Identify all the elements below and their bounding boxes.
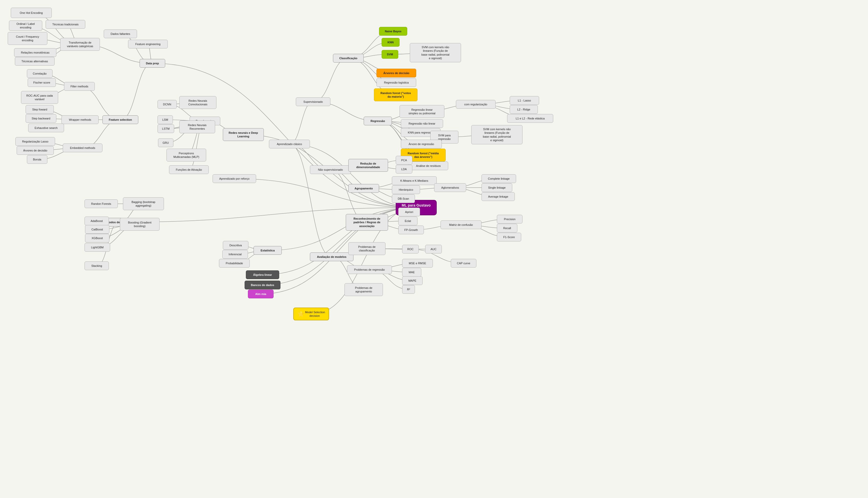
node-gru: GRU [158,139,173,147]
node-randon_forests: Randon Forests [84,199,118,208]
node-pca: PCA [396,156,412,165]
node-lda: LDA [396,165,412,173]
node-estatistica: Estatística [254,246,282,255]
node-problemas_cls: Problemas declassificação [348,242,385,255]
node-arvores_decisao_cls: Árvores de decisão [377,69,416,77]
node-model_selection: ⭐ Model Selectiondecision [293,307,329,320]
node-mse_rmse: MSE e RMSE [402,259,433,267]
node-arvore_regressao: Árvore de regressão [401,140,442,148]
node-bagging: Bagging (bootstrapaggregating) [123,197,164,210]
node-knn: KNN [382,38,399,47]
node-embedded_methods: Embedded methods [63,144,103,152]
node-ordinal: Ordinal / Labelencoding [9,21,42,31]
node-step_forward: Step foward [26,105,54,114]
node-reconhecimento: Reconhecimento depadrões / Regras deasso… [346,214,388,231]
node-wrapper_methods: Wrapper methods [62,115,99,124]
node-filter_methods: Filter methods [64,82,95,91]
node-perceptrons: PerceptronsMulticamadas (MLP) [166,149,206,161]
node-inferencial: Inferencial [222,250,248,259]
node-one_hot: One Hot Encoding [11,8,52,18]
node-adaboost: AdaBoost [84,217,109,225]
node-single_linkage: Single linkage [482,183,512,192]
node-regressao_logistica: Regressão logística [377,78,416,87]
node-fp_growth: FP-Growth [398,225,424,234]
node-regressao: Regressão [364,117,392,125]
node-auc: AUC [425,245,442,253]
node-f1_score: F1-Score [497,233,521,241]
node-problemas_reg: Problemas de regressão [347,265,392,274]
node-svm_cls_desc: SVM com kernels nãolineares (Função deba… [410,43,461,62]
node-dcnn: DCNN [158,100,177,109]
node-agrupamento: Agrupamento [348,184,379,193]
mindmap-container: ML para GustavoSutoData prepRedes neurai… [0,0,868,498]
node-roc_auc: ROC-AUC para cadavariável [21,91,58,104]
node-reducao_dim: Redução dedimensionalidade [348,159,388,172]
node-aprendizado_reforco: Aprendizado por reforço [213,174,256,183]
node-relacoes: Relações monotônicas [14,48,56,57]
node-apriori: Apriori [398,208,420,216]
node-aglomerativos: Aglomerativos [434,183,466,192]
node-boruta: Boruta [27,155,48,164]
node-mape: MAPE [402,276,423,285]
node-classificacao: Classificação [333,54,364,63]
node-average_linkage: Average linkage [482,192,515,201]
node-analise_residuos: Análise de resíduos [408,161,448,170]
node-l1_l2: L1 e L2 - Rede elástica [507,114,553,123]
node-dados_faltantes: Dados faltantes [104,29,137,38]
node-mae: MAE [402,268,421,277]
node-algebra_linear: Álgebra linear [246,271,279,279]
node-funcoes_ativacao: Funções de Ativação [169,165,209,174]
node-redes: Redes neurais e DeepLearning [223,128,264,141]
node-l1_lasso: L1 - Lasso [510,96,539,105]
node-stacking: Stacking [84,261,109,270]
node-random_forest_cls: Random forest ("votosda maioria") [374,89,418,101]
node-hierarquico: Hierárquico [392,185,420,194]
node-alm_mia: Alm mia [248,290,273,298]
node-com_regularizacao: com regularização [456,100,496,109]
node-precision: Precision [497,215,523,223]
node-kmeans: K-Means e K-Medians [392,176,437,185]
node-count_freq: Count / Frequencyencoding [8,32,48,45]
node-catboost: CatBoost [85,225,109,234]
node-regularizacao_lasso: Regularização Lasso [15,137,55,146]
node-supervisionado: Supervisionado [296,97,330,106]
node-l2_ridge: L2 - Ridge [510,105,538,114]
node-tecnicas_alt: Técnicas alternativas [15,57,55,66]
node-complete_linkage: Complete linkage [482,174,516,183]
node-descritiva: Descritiva [223,241,248,250]
node-redes_rec: Redes NeuraisRecorrentes [179,120,215,133]
node-nao_supervisionado: Não supervisionado [310,165,351,174]
node-feature_engineering: Feature engineering [128,40,168,49]
node-exhaustive_search: Exhaustive search [28,123,64,132]
node-problemas_agr: Problemas deagrupamento [344,283,383,296]
node-data_prep: Data prep [139,59,165,68]
node-fischer_score: Fischer score [28,78,56,87]
node-feature_selection: Feature selection [103,115,138,124]
node-xgboost: XGBoost [85,234,109,243]
node-naive_bayes: Naive Bayes [379,27,407,36]
node-lstm: LSTM [158,124,174,133]
node-cap_curve: CAP curve [451,259,476,267]
node-probabilidade: Probabilidade [219,259,250,267]
node-matriz_conf: Matriz de confusão [440,220,482,229]
node-regressao_lin: Regressão linearsimples ou polinomial [399,105,444,118]
node-boosting: Boosting (Gradientboosting) [120,218,160,231]
node-step_backward: Step backward [26,114,56,123]
node-bancos_dados: Bancos de dados [245,281,281,289]
node-db_scan: DB-Scan [392,194,415,203]
node-recall: Recall [497,224,517,233]
node-correlacao: Correlação [27,69,53,78]
node-eclat: Eclat [398,217,418,225]
node-lightgbm: LightGBM [84,243,110,252]
node-lsm: LSM [158,115,173,124]
node-tecnicas_trad: Técnicas tradicionais [45,20,85,29]
node-svm_cls: SVM [382,50,398,59]
node-roc: ROC [402,245,419,253]
node-svm_reg_desc: SVM com kernels nãolineares (Função deba… [471,125,523,144]
node-aprendizado_classico: Aprendizado clásico [269,140,310,148]
node-regressao_nao_lin: Regressão não linear [401,119,443,128]
node-transformacao: Transformação devariáveis categóricas [60,38,100,51]
node-r2: R² [402,285,415,294]
node-avaliacao_modelos: Avaliação de modelos [310,252,353,261]
node-arvores_decisao_fs: Árvores de decisão [17,146,54,155]
